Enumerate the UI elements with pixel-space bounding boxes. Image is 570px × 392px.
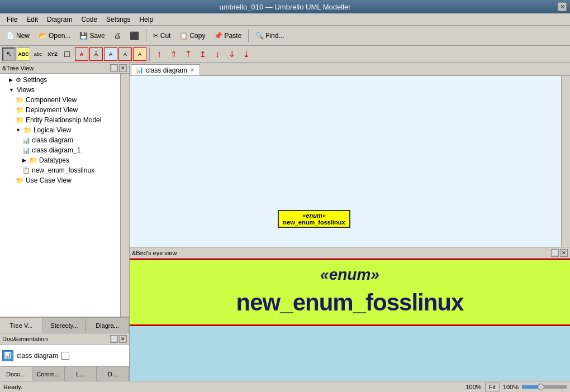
- diagram-tab-class[interactable]: 📊 class diagram ✕: [131, 64, 200, 75]
- tree-item-component-view[interactable]: 📁 Component View: [0, 95, 120, 105]
- tab-diagrams[interactable]: Diagra...: [86, 318, 129, 333]
- views-arrow: ▼: [9, 87, 14, 93]
- paste-button[interactable]: 📌 Paste: [210, 28, 245, 44]
- copy-button[interactable]: 📋 Copy: [175, 28, 209, 44]
- birds-eye-panel: &Bird's eye view ⬜ ✕ «enum» new_enum_fos…: [130, 247, 570, 381]
- menu-diagram[interactable]: Diagram: [42, 15, 77, 25]
- diagram-canvas[interactable]: «enum» new_enum_fosslinux: [130, 76, 561, 247]
- tools-toolbar: ↖ ABC abc XYZ □ A Â A A A ↑ ⇑ ⤒ ↥ ↓ ⇓ ⤓: [0, 46, 570, 63]
- fit-button[interactable]: Fit: [485, 383, 500, 391]
- print-button[interactable]: 🖨: [110, 28, 125, 44]
- open-button[interactable]: 📂 Open...: [35, 28, 74, 44]
- tree-item-class-diagram-1[interactable]: 📊 class diagram_1: [0, 145, 120, 155]
- cut-button[interactable]: ✂ Cut: [149, 28, 175, 44]
- tree-item-datatypes[interactable]: ▶ 📁 Datatypes: [0, 155, 120, 165]
- text2-tool[interactable]: Â: [89, 47, 103, 61]
- doc-tab-documentation[interactable]: Docu...: [0, 367, 32, 381]
- birds-eye-enum[interactable]: «enum» new_enum_fosslinux: [130, 259, 570, 326]
- doc-tab-l[interactable]: L...: [65, 367, 97, 381]
- diagram-tab-label: class diagram: [146, 66, 187, 74]
- arrow-up3-tool[interactable]: ⤒: [182, 47, 195, 61]
- tree-close-button[interactable]: ✕: [119, 64, 127, 72]
- menu-file[interactable]: File: [2, 15, 22, 25]
- export-button[interactable]: ⬛: [126, 28, 143, 44]
- tree-restore-button[interactable]: ⬜: [110, 64, 118, 72]
- class-diagram-icon: 📊: [22, 137, 30, 144]
- arrow-up4-tool[interactable]: ↥: [196, 47, 210, 61]
- abc2-tool[interactable]: abc: [31, 47, 45, 61]
- titlebar-title: umbrello_010 — Umbrello UML Modeller: [219, 3, 350, 11]
- tree-item-deployment-view[interactable]: 📁 Deployment View: [0, 105, 120, 115]
- diagram-tab-close[interactable]: ✕: [189, 67, 195, 73]
- birds-eye-close-button[interactable]: ✕: [560, 249, 568, 257]
- tree-item-entity-relationship[interactable]: 📁 Entity Relationship Model: [0, 115, 120, 125]
- tree-item-views[interactable]: ▼ Views: [0, 85, 120, 95]
- tree-item-settings[interactable]: ▶ ⚙ Settings: [0, 75, 120, 85]
- tab-stereotypes[interactable]: Stereoty...: [43, 318, 86, 333]
- find-button[interactable]: 🔍 Find...: [251, 28, 288, 44]
- settings-label: Settings: [23, 76, 47, 84]
- rect-tool[interactable]: □: [60, 47, 74, 61]
- diagram-vscroll[interactable]: [561, 76, 570, 247]
- paste-icon: 📌: [214, 32, 222, 40]
- tree-item-class-diagram[interactable]: 📊 class diagram: [0, 135, 120, 145]
- doc-panel: Doc&umentation ⬜ ✕ 📊 class diagram: [0, 333, 129, 366]
- doc-tab-d[interactable]: D...: [97, 367, 129, 381]
- tree-content: ▶ ⚙ Settings ▼ Views 📁 Component View 📁: [0, 74, 120, 317]
- select-tool[interactable]: ↖: [2, 47, 16, 61]
- text3-tool[interactable]: A: [104, 47, 117, 61]
- toolbar: 📄 New 📂 Open... 💾 Save 🖨 ⬛ ✂ Cut 📋 Copy …: [0, 26, 570, 46]
- arrow-down1-tool[interactable]: ↓: [211, 47, 224, 61]
- menu-code[interactable]: Code: [77, 15, 102, 25]
- menu-settings[interactable]: Settings: [102, 15, 135, 25]
- actor-tool[interactable]: A: [133, 47, 146, 61]
- menu-edit[interactable]: Edit: [22, 15, 42, 25]
- birds-eye-content[interactable]: «enum» new_enum_fosslinux: [130, 259, 570, 381]
- views-label: Views: [17, 86, 35, 94]
- export-icon: ⬛: [130, 31, 139, 40]
- doc-restore-button[interactable]: ⬜: [110, 335, 118, 343]
- doc-close-button[interactable]: ✕: [119, 335, 127, 343]
- birds-eye-restore-button[interactable]: ⬜: [551, 249, 559, 257]
- xyz-tool[interactable]: XYZ: [46, 47, 59, 61]
- menu-help[interactable]: Help: [135, 15, 158, 25]
- arrow-down3-tool[interactable]: ⤓: [240, 47, 253, 61]
- doc-diagram-icon: 📊: [2, 350, 13, 361]
- enum-box[interactable]: «enum» new_enum_fosslinux: [278, 210, 350, 228]
- separator-2: [248, 29, 249, 42]
- datatypes-arrow: ▶: [22, 157, 26, 163]
- save-button[interactable]: 💾 Save: [75, 28, 108, 44]
- doc-panel-title: Doc&umentation: [2, 336, 48, 342]
- tree-item-new-enum[interactable]: 📋 new_enum_fosslinux: [0, 165, 120, 175]
- arrow-up2-tool[interactable]: ⇑: [167, 47, 180, 61]
- component-view-icon: 📁: [16, 96, 24, 104]
- text-tool[interactable]: A: [75, 47, 88, 61]
- zoom-slider-fill: [522, 385, 539, 389]
- tab-tree-view[interactable]: Tree V...: [0, 318, 43, 333]
- component-view-label: Component View: [26, 96, 77, 104]
- tree-scrollbar[interactable]: [120, 74, 129, 317]
- save-icon: 💾: [79, 32, 88, 40]
- tree-item-use-case[interactable]: 📁 Use Case View: [0, 175, 120, 185]
- left-tabs: Tree V... Stereoty... Diagra...: [0, 317, 129, 333]
- settings-arrow: ▶: [9, 77, 13, 83]
- print-icon: 🖨: [114, 32, 121, 40]
- doc-content: 📊 class diagram: [0, 345, 129, 366]
- doc-checkbox[interactable]: [61, 352, 69, 360]
- birds-eye-title: &Bird's eye view: [132, 250, 177, 256]
- arrow-down2-tool[interactable]: ⇓: [225, 47, 239, 61]
- zoom-slider-thumb[interactable]: [538, 384, 544, 390]
- abc-tool[interactable]: ABC: [17, 47, 30, 61]
- tree-item-logical-view[interactable]: ▼ 📁 Logical View: [0, 125, 120, 135]
- text4-tool[interactable]: A: [118, 47, 132, 61]
- birds-eye-enum-name: new_enum_fosslinux: [130, 286, 570, 324]
- logical-view-label: Logical View: [34, 126, 71, 134]
- diagram-tab-icon: 📊: [136, 66, 144, 74]
- logical-view-icon: 📁: [23, 126, 32, 134]
- doc-tab-comments[interactable]: Comm...: [32, 367, 65, 381]
- close-button[interactable]: ✕: [558, 2, 567, 11]
- new-button[interactable]: 📄 New: [2, 28, 34, 44]
- arrow-up1-tool[interactable]: ↑: [153, 47, 166, 61]
- zoom-slider[interactable]: [522, 385, 567, 389]
- tree-view-title: &Tree View: [2, 65, 34, 71]
